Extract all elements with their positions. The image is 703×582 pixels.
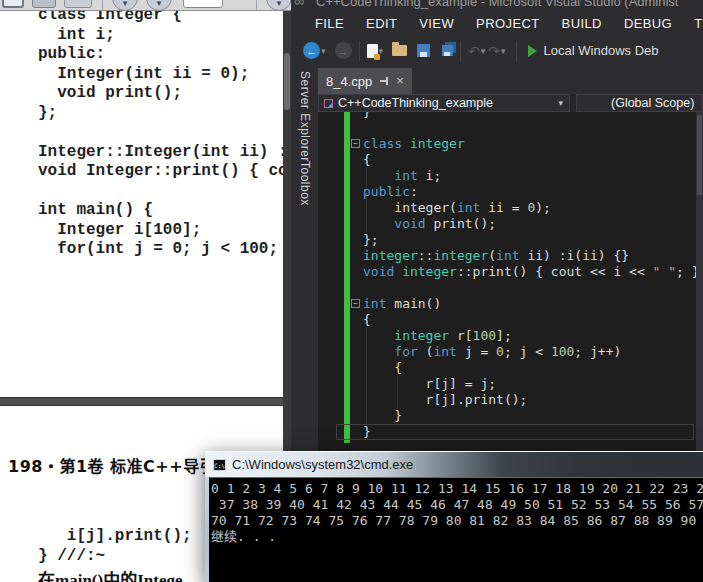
text-line: 0 1 2 3 4 5 6 7 8 9 10 11 12 13 14 15 16… (211, 481, 703, 497)
vs-side-tab-strip: Server Explorer Toolbox (291, 66, 318, 451)
code-line: integer(int ii = 0); (363, 200, 700, 216)
code-line: r[j].print(); (363, 392, 700, 408)
text-line: 继续. . . (211, 529, 703, 545)
code-line: { (363, 360, 700, 376)
reader-open-icon[interactable] (2, 0, 24, 8)
text-line: }; (38, 104, 283, 124)
reader-page-up-icon[interactable]: ▾ (112, 0, 138, 11)
menu-debug[interactable]: DEBUG (613, 16, 683, 31)
code-line: { (363, 152, 700, 168)
text-line: int i; (38, 26, 283, 46)
code-line (363, 280, 700, 296)
reader-toolbar: ▾ ▾ ▾ (0, 0, 291, 11)
code-line: for (int j = 0; j < 100; j++) (363, 344, 700, 360)
save-all-icon[interactable] (442, 45, 453, 56)
project-dropdown-caret-icon: ▾ (558, 98, 563, 108)
cpp-project-icon (324, 99, 333, 108)
changed-lines-indicator (344, 112, 350, 443)
run-target-label[interactable]: Local Windows Deb (544, 43, 659, 58)
reader-button-icon[interactable] (64, 0, 92, 8)
editor-code-text: } class integer{ int i;public: integer(i… (363, 112, 700, 440)
reader-page-down-icon[interactable]: ▾ (146, 0, 172, 11)
sidebar-tab-toolbox[interactable]: Toolbox (298, 161, 312, 206)
cmd-prompt-icon: C:\ (213, 459, 226, 471)
vs-titlebar[interactable]: ∞ C++CodeThinking_example - Microsoft Vi… (291, 0, 703, 11)
sidebar-tab-server-explorer[interactable]: Server Explorer (298, 71, 312, 162)
code-line (363, 120, 700, 136)
start-debug-play-icon[interactable] (528, 45, 537, 57)
vs-window-title: C++CodeThinking_example - Microsoft Visu… (316, 0, 678, 9)
editor-scrollbar-thumb[interactable] (697, 115, 702, 195)
redo-icon[interactable]: ↷ (488, 43, 500, 59)
code-line: int i; (363, 168, 700, 184)
collapse-region-icon-main[interactable]: − (351, 299, 360, 308)
reader-print-icon[interactable] (32, 0, 56, 8)
text-line: public: (38, 45, 283, 65)
menu-edit[interactable]: EDIT (355, 16, 408, 31)
document-tab-well: 8_4.cpp × (318, 68, 703, 94)
scope-dropdown-value: (Global Scope) (611, 96, 694, 110)
book-code-listing: class Integer { int i;public: Integer(in… (38, 11, 283, 260)
menu-project[interactable]: PROJECT (465, 16, 550, 31)
pin-tab-icon[interactable] (380, 77, 389, 86)
reader-toolbar-separator (102, 0, 103, 11)
menu-build[interactable]: BUILD (551, 16, 613, 31)
text-line: for(int j = 0; j < 100; j (38, 240, 283, 260)
new-file-icon[interactable] (367, 44, 378, 58)
text-line: Integer(int ii = 0); (38, 65, 283, 85)
project-dropdown-value: C++CodeThinking_example (338, 96, 558, 110)
text-line: void Integer::print() { cou (38, 162, 283, 182)
book-page-header: 198・第1卷 标准C++导引 (8, 453, 216, 477)
code-line: }; (363, 232, 700, 248)
cmd-titlebar[interactable]: C:\ C:\Windows\system32\cmd.exe (205, 451, 703, 477)
reader-zoom-icon[interactable]: ▾ (266, 0, 291, 11)
document-tab-label: 8_4.cpp (326, 74, 372, 89)
open-file-icon[interactable] (392, 45, 407, 56)
toolbar-separator (359, 41, 360, 61)
menu-file[interactable]: FILE (304, 16, 355, 31)
text-line (38, 123, 283, 143)
close-tab-icon[interactable]: × (396, 76, 404, 86)
code-line: r[j] = j; (363, 376, 700, 392)
code-line: public: (363, 184, 700, 200)
undo-icon[interactable]: ↶ (468, 43, 480, 59)
code-line: } (363, 424, 700, 440)
code-line: } (363, 112, 700, 120)
redo-dropdown-caret-icon[interactable]: ▾ (501, 46, 506, 56)
toolbar-separator-2 (460, 41, 461, 61)
console-output-text: 0 1 2 3 4 5 6 7 8 9 10 11 12 13 14 15 16… (211, 481, 703, 545)
save-icon[interactable] (417, 44, 430, 57)
menu-view[interactable]: VIEW (408, 16, 465, 31)
navigate-back-icon[interactable]: ← (303, 42, 320, 59)
reader-scrollbar-thumb[interactable] (284, 53, 290, 110)
text-line: } ///:~ (38, 547, 192, 567)
vs-menubar: FILE EDIT VIEW PROJECT BUILD DEBUG TEAM … (291, 11, 703, 35)
project-dropdown[interactable]: C++CodeThinking_example ▾ (318, 94, 570, 112)
text-line: 70 71 72 73 74 75 76 77 78 79 80 81 82 8… (211, 513, 703, 529)
code-line: void integer::print() { cout << i << " "… (363, 264, 700, 280)
text-line: void print(); (38, 84, 283, 104)
page-gap-divider (0, 397, 283, 406)
code-line: } (363, 408, 700, 424)
vs-toolbar: ← ▾ → ▾ ↶ ▾ ↷ ▾ Local Windows Deb (291, 35, 703, 66)
text-line: 37 38 39 40 41 42 43 44 45 46 47 48 49 5… (211, 497, 703, 513)
code-line: { (363, 312, 700, 328)
console-output-area[interactable]: 0 1 2 3 4 5 6 7 8 9 10 11 12 13 14 15 16… (209, 477, 703, 582)
editor-scrollbar[interactable] (696, 112, 703, 451)
book-code-listing-2: i[j].print();} ///:~ (38, 527, 192, 566)
reader-page-number-input[interactable] (183, 0, 223, 8)
editor-navigation-bar: C++CodeThinking_example ▾ (Global Scope) (318, 94, 703, 112)
undo-dropdown-caret-icon[interactable]: ▾ (481, 46, 486, 56)
document-tab-8-4-cpp[interactable]: 8_4.cpp × (318, 68, 412, 94)
collapse-region-icon-class[interactable]: − (351, 139, 360, 148)
code-line: int main() (363, 296, 700, 312)
navigate-forward-icon[interactable]: → (335, 42, 352, 59)
text-line: i[j].print(); (38, 527, 192, 547)
back-dropdown-caret-icon[interactable]: ▾ (321, 46, 326, 56)
scope-dropdown[interactable]: (Global Scope) (576, 94, 703, 112)
code-line: integer r[100]; (363, 328, 700, 344)
menu-team[interactable]: TEAM (683, 16, 703, 31)
text-line: Integer::Integer(int ii) : (38, 143, 283, 163)
code-editor[interactable]: − − } class integer{ int i;public: integ… (318, 112, 703, 451)
screenshot-stage: ▾ ▾ ▾ class Integer { int i;public: Inte… (0, 0, 703, 582)
